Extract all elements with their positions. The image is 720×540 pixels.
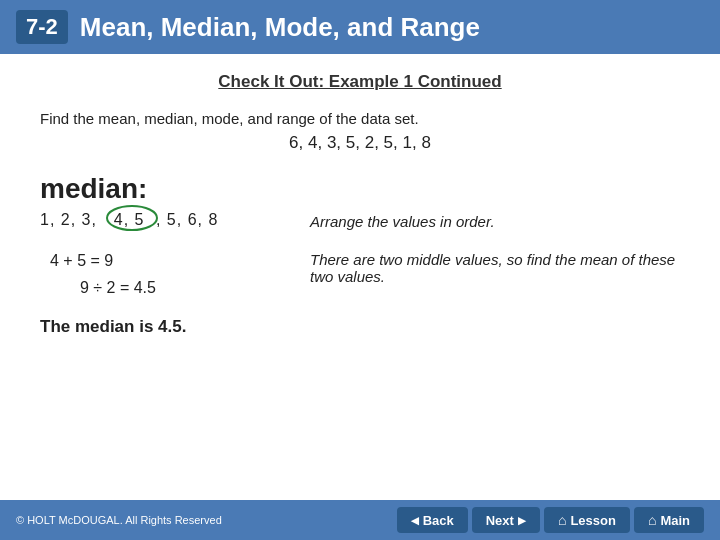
- svg-point-0: [107, 206, 157, 230]
- sequence-left: 1, 2, 3, 4, 5 , 5, 6, 8: [40, 209, 280, 231]
- conclusion-text: The median is 4.5.: [40, 317, 680, 337]
- calc-note: There are two middle values, so find the…: [310, 247, 680, 285]
- copyright-text: © HOLT McDOUGAL. All Rights Reserved: [16, 514, 222, 526]
- lesson-button[interactable]: Lesson: [544, 507, 630, 533]
- sequence-row: 1, 2, 3, 4, 5 , 5, 6, 8 Arrange the valu…: [40, 209, 680, 231]
- lesson-badge: 7-2: [16, 10, 68, 44]
- oval-group: 4, 5: [108, 209, 151, 231]
- footer-buttons: Back Next Lesson Main: [397, 507, 704, 533]
- calc-left: 4 + 5 = 9 9 ÷ 2 = 4.5: [40, 247, 280, 301]
- sequence-note: Arrange the values in order.: [310, 209, 680, 230]
- calc-block: 4 + 5 = 9 9 ÷ 2 = 4.5: [40, 247, 280, 301]
- main-button[interactable]: Main: [634, 507, 704, 533]
- footer: © HOLT McDOUGAL. All Rights Reserved Bac…: [0, 500, 720, 540]
- subtitle: Check It Out: Example 1 Continued: [40, 72, 680, 92]
- calc-line1: 4 + 5 = 9: [50, 247, 280, 274]
- next-button[interactable]: Next: [472, 507, 540, 533]
- instruction-text: Find the mean, median, mode, and range o…: [40, 110, 680, 127]
- data-set-display: 6, 4, 3, 5, 2, 5, 1, 8: [40, 133, 680, 153]
- calc-line2: 9 ÷ 2 = 4.5: [50, 274, 280, 301]
- calc-row: 4 + 5 = 9 9 ÷ 2 = 4.5 There are two midd…: [40, 247, 680, 301]
- header: 7-2 Mean, Median, Mode, and Range: [0, 0, 720, 54]
- main-content: Check It Out: Example 1 Continued Find t…: [0, 54, 720, 347]
- lesson-title: Mean, Median, Mode, and Range: [80, 12, 480, 43]
- sequence-text: 1, 2, 3, 4, 5 , 5, 6, 8: [40, 211, 218, 228]
- section-label: median:: [40, 173, 680, 205]
- back-button[interactable]: Back: [397, 507, 468, 533]
